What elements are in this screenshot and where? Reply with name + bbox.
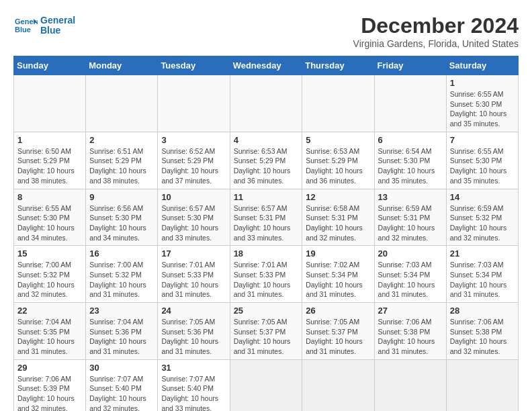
day-info: Sunrise: 6:55 AMSunset: 5:30 PMDaylight:… [17, 203, 82, 243]
calendar-cell [158, 75, 230, 132]
day-number: 8 [17, 192, 82, 202]
calendar-cell: 31Sunrise: 7:07 AMSunset: 5:40 PMDayligh… [158, 359, 230, 411]
calendar-cell: 17Sunrise: 7:01 AMSunset: 5:33 PMDayligh… [158, 246, 230, 303]
day-number: 23 [89, 306, 154, 316]
calendar-cell: 1Sunrise: 6:50 AMSunset: 5:29 PMDaylight… [14, 132, 86, 189]
calendar-cell: 10Sunrise: 6:57 AMSunset: 5:30 PMDayligh… [158, 189, 230, 246]
calendar-cell [230, 359, 302, 411]
day-number: 22 [17, 306, 82, 316]
day-info: Sunrise: 7:01 AMSunset: 5:33 PMDaylight:… [161, 260, 226, 300]
day-number: 3 [161, 135, 226, 145]
calendar-header-row: SundayMondayTuesdayWednesdayThursdayFrid… [14, 56, 519, 75]
calendar-title: December 2024 [353, 13, 519, 38]
day-info: Sunrise: 6:58 AMSunset: 5:31 PMDaylight:… [306, 203, 370, 243]
day-number: 5 [306, 135, 370, 145]
day-info: Sunrise: 7:03 AMSunset: 5:34 PMDaylight:… [450, 260, 515, 300]
day-info: Sunrise: 7:07 AMSunset: 5:40 PMDaylight:… [89, 374, 154, 411]
week-row-6: 29Sunrise: 7:06 AMSunset: 5:39 PMDayligh… [14, 359, 519, 411]
col-header-wednesday: Wednesday [230, 56, 302, 75]
day-number: 14 [450, 192, 515, 202]
day-info: Sunrise: 6:55 AMSunset: 5:30 PMDaylight:… [450, 146, 515, 186]
svg-text:Blue: Blue [15, 26, 31, 34]
day-number: 18 [234, 248, 299, 259]
day-number: 2 [89, 135, 154, 145]
col-header-sunday: Sunday [14, 56, 86, 75]
calendar-cell: 6Sunrise: 6:54 AMSunset: 5:30 PMDaylight… [374, 132, 446, 189]
day-info: Sunrise: 6:57 AMSunset: 5:31 PMDaylight:… [234, 203, 299, 243]
calendar-cell: 27Sunrise: 7:06 AMSunset: 5:38 PMDayligh… [374, 303, 446, 360]
day-number: 26 [306, 306, 370, 316]
day-info: Sunrise: 6:59 AMSunset: 5:32 PMDaylight:… [450, 203, 515, 243]
week-row-3: 8Sunrise: 6:55 AMSunset: 5:30 PMDaylight… [14, 189, 519, 246]
calendar-cell: 15Sunrise: 7:00 AMSunset: 5:32 PMDayligh… [14, 246, 86, 303]
col-header-friday: Friday [374, 56, 446, 75]
logo-line2: Blue [40, 26, 75, 36]
day-number: 1 [17, 135, 82, 145]
calendar-cell [374, 359, 446, 411]
calendar-cell: 16Sunrise: 7:00 AMSunset: 5:32 PMDayligh… [86, 246, 158, 303]
week-row-2: 1Sunrise: 6:50 AMSunset: 5:29 PMDaylight… [14, 132, 519, 189]
day-info: Sunrise: 7:05 AMSunset: 5:37 PMDaylight:… [234, 317, 299, 357]
day-info: Sunrise: 6:57 AMSunset: 5:30 PMDaylight:… [161, 203, 226, 243]
logo-line1: General [40, 15, 75, 26]
day-info: Sunrise: 7:00 AMSunset: 5:32 PMDaylight:… [89, 260, 154, 300]
day-info: Sunrise: 7:05 AMSunset: 5:36 PMDaylight:… [161, 317, 226, 357]
day-info: Sunrise: 7:06 AMSunset: 5:38 PMDaylight:… [378, 317, 443, 357]
calendar-subtitle: Virginia Gardens, Florida, United States [353, 38, 519, 49]
calendar-cell: 21Sunrise: 7:03 AMSunset: 5:34 PMDayligh… [446, 246, 518, 303]
calendar-cell: 28Sunrise: 7:06 AMSunset: 5:38 PMDayligh… [446, 303, 518, 360]
day-number: 30 [89, 363, 154, 373]
week-row-4: 15Sunrise: 7:00 AMSunset: 5:32 PMDayligh… [14, 246, 519, 303]
day-number: 4 [234, 135, 299, 145]
day-info: Sunrise: 7:04 AMSunset: 5:36 PMDaylight:… [89, 317, 154, 357]
day-info: Sunrise: 7:06 AMSunset: 5:39 PMDaylight:… [17, 374, 82, 411]
day-number: 28 [450, 306, 515, 316]
title-area: December 2024 Virginia Gardens, Florida,… [353, 13, 519, 49]
col-header-saturday: Saturday [446, 56, 518, 75]
calendar-cell: 12Sunrise: 6:58 AMSunset: 5:31 PMDayligh… [302, 189, 374, 246]
day-number: 27 [378, 306, 443, 316]
calendar-cell: 22Sunrise: 7:04 AMSunset: 5:35 PMDayligh… [14, 303, 86, 360]
day-number: 19 [306, 248, 370, 259]
day-number: 31 [161, 363, 226, 373]
calendar-cell [374, 75, 446, 132]
calendar-cell: 20Sunrise: 7:03 AMSunset: 5:34 PMDayligh… [374, 246, 446, 303]
day-number: 16 [89, 248, 154, 259]
calendar-cell [302, 359, 374, 411]
calendar-cell: 7Sunrise: 6:55 AMSunset: 5:30 PMDaylight… [446, 132, 518, 189]
calendar-cell: 24Sunrise: 7:05 AMSunset: 5:36 PMDayligh… [158, 303, 230, 360]
day-number: 9 [89, 192, 154, 202]
calendar-cell: 3Sunrise: 6:52 AMSunset: 5:29 PMDaylight… [158, 132, 230, 189]
day-number: 15 [17, 248, 82, 259]
day-number: 12 [306, 192, 370, 202]
day-info: Sunrise: 6:52 AMSunset: 5:29 PMDaylight:… [161, 146, 226, 186]
calendar-table: SundayMondayTuesdayWednesdayThursdayFrid… [13, 56, 519, 411]
day-info: Sunrise: 6:53 AMSunset: 5:29 PMDaylight:… [306, 146, 370, 186]
calendar-cell: 25Sunrise: 7:05 AMSunset: 5:37 PMDayligh… [230, 303, 302, 360]
calendar-cell [446, 359, 518, 411]
day-number: 29 [17, 363, 82, 373]
calendar-cell: 4Sunrise: 6:53 AMSunset: 5:29 PMDaylight… [230, 132, 302, 189]
calendar-cell: 14Sunrise: 6:59 AMSunset: 5:32 PMDayligh… [446, 189, 518, 246]
calendar-cell: 30Sunrise: 7:07 AMSunset: 5:40 PMDayligh… [86, 359, 158, 411]
header: General Blue General Blue December 2024 … [13, 13, 519, 49]
calendar-cell: 1Sunrise: 6:55 AMSunset: 5:30 PMDaylight… [446, 75, 518, 132]
col-header-monday: Monday [86, 56, 158, 75]
calendar-cell: 9Sunrise: 6:56 AMSunset: 5:30 PMDaylight… [86, 189, 158, 246]
calendar-cell [86, 75, 158, 132]
logo: General Blue General Blue [13, 13, 75, 38]
day-info: Sunrise: 6:51 AMSunset: 5:29 PMDaylight:… [89, 146, 154, 186]
day-info: Sunrise: 6:55 AMSunset: 5:30 PMDaylight:… [450, 89, 515, 129]
day-number: 20 [378, 248, 443, 259]
day-info: Sunrise: 7:03 AMSunset: 5:34 PMDaylight:… [378, 260, 443, 300]
day-info: Sunrise: 7:04 AMSunset: 5:35 PMDaylight:… [17, 317, 82, 357]
calendar-cell: 29Sunrise: 7:06 AMSunset: 5:39 PMDayligh… [14, 359, 86, 411]
calendar-cell: 11Sunrise: 6:57 AMSunset: 5:31 PMDayligh… [230, 189, 302, 246]
day-info: Sunrise: 6:53 AMSunset: 5:29 PMDaylight:… [234, 146, 299, 186]
day-number: 6 [378, 135, 443, 145]
day-info: Sunrise: 6:59 AMSunset: 5:31 PMDaylight:… [378, 203, 443, 243]
week-row-1: 1Sunrise: 6:55 AMSunset: 5:30 PMDaylight… [14, 75, 519, 132]
day-number: 1 [450, 78, 515, 88]
day-number: 13 [378, 192, 443, 202]
calendar-cell [302, 75, 374, 132]
